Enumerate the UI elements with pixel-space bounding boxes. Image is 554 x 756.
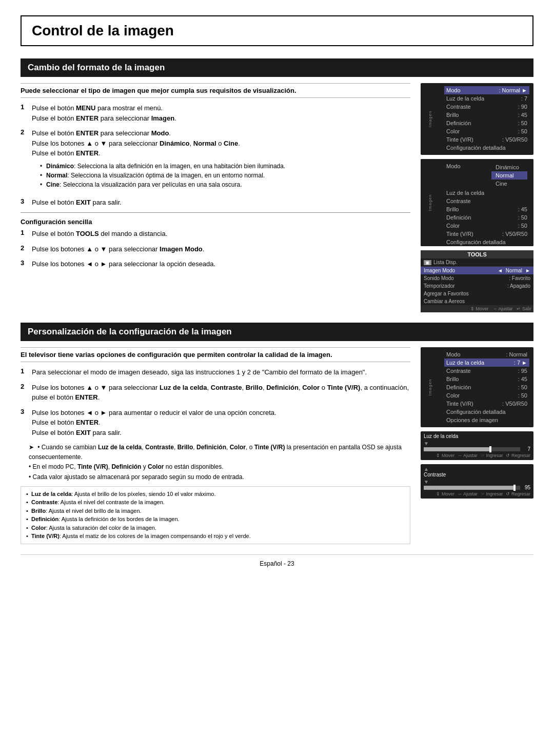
menu-content-3: Modo: Normal Luz de la celda: 7 ► Contra…: [444, 350, 529, 424]
menu-row-mode: Modo : Normal ►: [444, 86, 529, 94]
section2-header: Personalización de la configuración de l…: [21, 323, 533, 341]
config-step-3: 3 Pulse los botones ◄ o ► para seleccion…: [21, 259, 410, 269]
config-step-1-content: Pulse el botón TOOLS del mando a distanc…: [32, 229, 167, 239]
slider2-label: Contraste: [424, 472, 530, 478]
step-num-2: 2: [21, 128, 28, 192]
panel-label-1: Imagen: [428, 111, 432, 128]
menu-row-mode2: Modo Dinámico Normal Cine: [444, 162, 529, 189]
section2-intro: El televisor tiene varias opciones de co…: [21, 347, 410, 362]
tools-aereos: Cambiar a Aereos: [421, 297, 533, 305]
tools-lista-label: Lista Disp.: [431, 260, 530, 265]
menu-row-contraste2: Contraste: [444, 197, 529, 205]
slider2-row: ▲: [424, 466, 530, 472]
menu-row-tinte2: Tinte (V/R): V50/R50: [444, 230, 529, 238]
menu-row-contraste3: Contraste: 95: [444, 367, 529, 375]
bullet-list-1: Dinámico: Selecciona la alta definición …: [42, 162, 285, 189]
tools-favoritos: Agregar a Favoritos: [421, 290, 533, 297]
config-step-2-content: Pulse los botones ▲ o ▼ para seleccionar…: [32, 244, 204, 254]
config-step-num-2: 2: [21, 244, 28, 254]
section1: Cambio del formato de la imagen Puede se…: [21, 58, 533, 312]
menu-row-tinte: Tinte (V/R): V50/R50: [444, 135, 529, 144]
step-3: 3 Pulse el botón EXIT para salir.: [21, 197, 410, 208]
tv-panel-2: Imagen Modo Dinámico Normal Cine Luz de …: [421, 159, 533, 246]
tools-lista: ▣ Lista Disp.: [421, 258, 533, 267]
menu-row-luz: Luz de la celda: 7: [444, 94, 529, 103]
menu-content-2: Modo Dinámico Normal Cine Luz de la celd…: [444, 162, 529, 246]
menu-row-luz3: Luz de la celda: 7 ►: [444, 359, 529, 367]
step-1: 1 Pulse el botón MENU para mostrar el me…: [21, 103, 410, 123]
footer-text: Español - 23: [260, 560, 294, 567]
panel-label-2: Imagen: [428, 194, 432, 211]
menu-row-def: Definición: 50: [444, 119, 529, 127]
menu-row-opciones: Opciones de imagen: [444, 416, 529, 424]
small-notes: Luz de la celda: Ajusta el brillo de los…: [21, 486, 410, 544]
tools-footer: ⇕ Mover ↔ Ajustar ↵ Salir: [421, 305, 533, 312]
dropdown-cine: Cine: [491, 180, 527, 188]
slider1-row: ▼: [424, 441, 530, 446]
tools-header: TOOLS: [421, 250, 533, 258]
tv-panel-1: Imagen Modo : Normal ► Luz de la celda: …: [421, 83, 533, 155]
menu-row-mode3: Modo: Normal: [444, 350, 529, 359]
section1-left: Puede seleccionar el tipo de imagen que …: [21, 83, 410, 312]
menu-row-brillo: Brillo: 45: [444, 111, 529, 119]
menu-row-color: Color: 50: [444, 127, 529, 135]
slider2-bar: [424, 486, 520, 490]
section1-right: Imagen Modo : Normal ► Luz de la celda: …: [421, 83, 533, 312]
slider1-label: Luz de la celda: [424, 433, 530, 439]
slider2-value: 95: [522, 485, 530, 490]
menu-row-config2: Configuración detallada: [444, 238, 529, 246]
panel-label-3: Imagen: [428, 379, 432, 396]
menu-row-color3: Color: 50: [444, 391, 529, 400]
config-step-1: 1 Pulse el botón TOOLS del mando a dista…: [21, 229, 410, 239]
slider2-fill: [424, 486, 516, 490]
section2-left: El televisor tiene varias opciones de co…: [21, 347, 410, 544]
footer: Español - 23: [21, 554, 533, 567]
page-title: Control de la imagen: [32, 23, 522, 39]
config-title: Configuración sencilla: [21, 218, 410, 226]
step-num-3: 3: [21, 197, 28, 208]
page-title-box: Control de la imagen: [21, 15, 533, 46]
bullet-item: Normal: Selecciona la visualización ópti…: [42, 171, 285, 180]
tools-lista-badge: ▣: [424, 260, 431, 265]
mode-label: Modo: [446, 87, 461, 93]
section2-right: Imagen Modo: Normal Luz de la celda: 7 ►…: [421, 347, 533, 544]
menu-content-1: Modo : Normal ► Luz de la celda: 7 Contr…: [444, 86, 529, 152]
menu-row-brillo2: Brillo: 45: [444, 205, 529, 213]
step-3-content: Pulse el botón EXIT para salir.: [32, 197, 122, 208]
slider1-footer: ⇕ Mover ↔ Ajustar ☞ Ingresar ↺ Regresar: [424, 453, 530, 458]
s2-step-2: 2 Pulse los botones ▲ o ▼ para seleccion…: [21, 383, 410, 403]
menu-row-tinte3: Tinte (V/R): V50/R50: [444, 400, 529, 408]
mode-value: : Normal ►: [499, 87, 527, 93]
step-num-1: 1: [21, 103, 28, 123]
config-step-num-3: 3: [21, 259, 28, 269]
menu-row-brillo3: Brillo: 45: [444, 375, 529, 383]
slider2-bar-container: 95: [424, 485, 530, 490]
config-step-3-content: Pulse los botones ◄ o ► para seleccionar…: [32, 259, 215, 269]
slider1-value: 7: [522, 446, 530, 452]
menu-row-luz2: Luz de la celda: [444, 189, 529, 197]
section2: Personalización de la configuración de l…: [21, 323, 533, 544]
menu-row-def3: Definición: 50: [444, 383, 529, 391]
slider1-thumb: [489, 446, 491, 452]
tools-nav: ◄ Normal ►: [498, 268, 530, 273]
bullet-item: Cine: Selecciona la visualización para v…: [42, 180, 285, 189]
menu-row-def2: Definición: 50: [444, 213, 529, 222]
tools-panel: TOOLS ▣ Lista Disp. Imagen Modo ◄ Normal…: [421, 250, 533, 312]
step-1-content: Pulse el botón MENU para mostrar el menú…: [32, 103, 176, 123]
s2-step-3: 3 Pulse los botones ◄ o ► para aumentar …: [21, 408, 410, 438]
menu-row-contraste: Contraste: 90: [444, 103, 529, 111]
slider-panel-1: Luz de la celda ▼ 7 ⇕ Mover ↔ Ajustar ☞ …: [421, 431, 533, 460]
bullet-item: Dinámico: Selecciona la alta definición …: [42, 162, 285, 171]
slider-panel-2: ▲ Contraste ▼ 95 ⇕ Mover ↔ Ajustar ☞ Ing: [421, 464, 533, 499]
tools-sonido: Sonido Modo: Favorito: [421, 274, 533, 282]
section1-intro: Puede seleccionar el tipo de imagen que …: [21, 83, 410, 98]
slider2-thumb: [513, 485, 516, 491]
tools-temp: Temporizador: Apagado: [421, 282, 533, 290]
slider2-footer: ⇕ Mover ↔ Ajustar ☞ Ingresar ↺ Regresar: [424, 491, 530, 496]
s2-step-1: 1 Para seleccionar el modo de imagen des…: [21, 367, 410, 377]
dropdown-normal: Normal: [491, 171, 527, 180]
step-2-content: Pulse el botón ENTER para seleccionar Mo…: [32, 128, 285, 192]
menu-row-color2: Color: 50: [444, 222, 529, 230]
section1-header: Cambio del formato de la imagen: [21, 58, 533, 77]
menu-row-config: Configuración detallada: [444, 144, 529, 152]
